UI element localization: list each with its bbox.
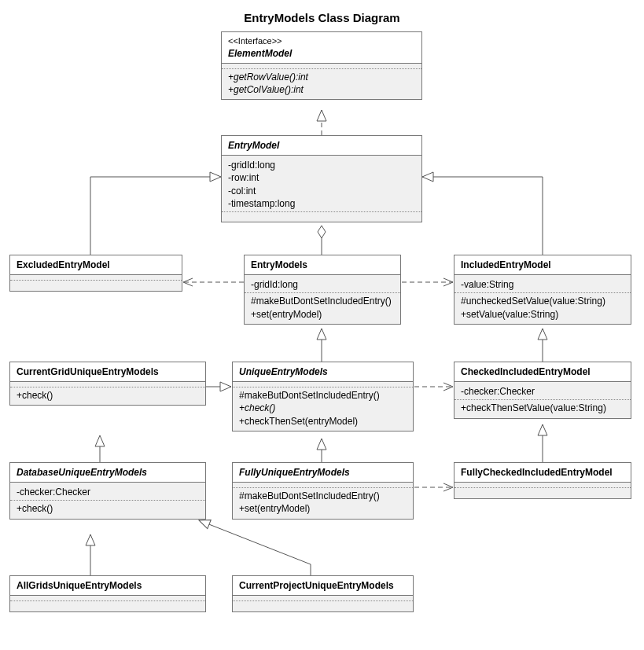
stereotype: <<Interface>> bbox=[228, 35, 415, 47]
class-name: EntryModels bbox=[251, 259, 394, 271]
attribute: -value:String bbox=[461, 278, 624, 291]
operation: #makeButDontSetIncludedEntry() bbox=[239, 490, 407, 502]
class-checked-included-entry-model: CheckedIncludedEntryModel -checker:Check… bbox=[454, 362, 631, 419]
attribute: -row:int bbox=[228, 171, 415, 184]
attribute: -timestamp:long bbox=[228, 197, 415, 210]
class-name: FullyCheckedIncludedEntryModel bbox=[461, 466, 624, 479]
class-database-unique-entry-models: DatabaseUniqueEntryModels -checker:Check… bbox=[9, 462, 206, 520]
class-entry-model: EntryModel -gridId:long -row:int -col:in… bbox=[221, 135, 422, 222]
class-fully-unique-entry-models: FullyUniqueEntryModels #makeButDontSetIn… bbox=[232, 462, 414, 520]
class-name: EntryModel bbox=[228, 139, 415, 152]
attribute: -gridId:long bbox=[228, 159, 415, 171]
class-entry-models: EntryModels -gridId:long #makeButDontSet… bbox=[244, 255, 401, 325]
attribute: -checker:Checker bbox=[17, 486, 199, 498]
attribute: -col:int bbox=[228, 185, 415, 197]
class-name: CheckedIncludedEntryModel bbox=[461, 365, 624, 378]
diagram-title: EntryModels Class Diagram bbox=[0, 11, 644, 24]
class-name: CurrentGridUniqueEntryModels bbox=[17, 365, 199, 378]
class-element-model: <<Interface>> ElementModel +getRowValue(… bbox=[221, 31, 422, 100]
operation: +set(entryModel) bbox=[251, 308, 394, 321]
class-included-entry-model: IncludedEntryModel -value:String #unchec… bbox=[454, 255, 631, 325]
class-name: FullyUniqueEntryModels bbox=[239, 466, 407, 479]
operation: +check() bbox=[17, 502, 199, 515]
class-name: UniqueEntryModels bbox=[239, 365, 407, 378]
class-name: IncludedEntryModel bbox=[461, 259, 624, 271]
class-name: ElementModel bbox=[228, 47, 415, 60]
operation: +check() bbox=[239, 402, 407, 414]
operation: #makeButDontSetIncludedEntry() bbox=[239, 389, 407, 402]
class-current-project-unique-entry-models: CurrentProjectUniqueEntryModels bbox=[232, 575, 414, 612]
class-fully-checked-included-entry-model: FullyCheckedIncludedEntryModel bbox=[454, 462, 631, 499]
class-name: CurrentProjectUniqueEntryModels bbox=[239, 579, 407, 592]
operation: +checkThenSetValue(value:String) bbox=[461, 402, 624, 414]
class-unique-entry-models: UniqueEntryModels #makeButDontSetInclude… bbox=[232, 362, 414, 431]
operation: +set(entryModel) bbox=[239, 502, 407, 515]
class-name: ExcludedEntryModel bbox=[17, 259, 175, 271]
class-current-grid-unique-entry-models: CurrentGridUniqueEntryModels +check() bbox=[9, 362, 206, 406]
operation: +check() bbox=[17, 389, 199, 402]
class-excluded-entry-model: ExcludedEntryModel bbox=[9, 255, 182, 292]
operation: #makeButDontSetIncludedEntry() bbox=[251, 295, 394, 307]
operation: +setValue(value:String) bbox=[461, 308, 624, 321]
operation: +checkThenSet(entryModel) bbox=[239, 415, 407, 428]
operation: #uncheckedSetValue(value:String) bbox=[461, 295, 624, 307]
class-name: AllGridsUniqueEntryModels bbox=[17, 579, 199, 592]
attribute: -checker:Checker bbox=[461, 385, 624, 398]
operation: +getColValue():int bbox=[228, 83, 415, 96]
operation: +getRowValue():int bbox=[228, 71, 415, 83]
diagram-canvas: EntryModels Class Diagram bbox=[0, 0, 644, 650]
class-all-grids-unique-entry-models: AllGridsUniqueEntryModels bbox=[9, 575, 206, 612]
class-name: DatabaseUniqueEntryModels bbox=[17, 466, 199, 479]
attribute: -gridId:long bbox=[251, 278, 394, 291]
